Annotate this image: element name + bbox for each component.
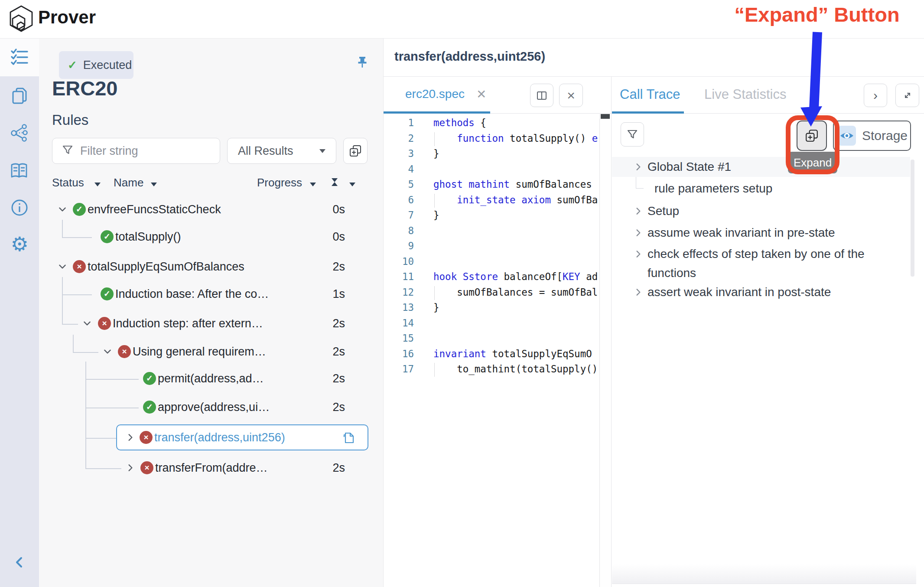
line-number: 17 — [384, 362, 414, 377]
code-line[interactable]: 2 function totalSupply() e — [384, 131, 599, 147]
code-line[interactable]: 3} — [384, 146, 599, 162]
line-number: 2 — [384, 131, 414, 147]
rules-section-title: Rules — [52, 112, 88, 128]
column-header-progress[interactable]: Progress — [257, 176, 302, 189]
expand-all-icon — [805, 129, 819, 143]
chevron-right-icon[interactable] — [126, 463, 135, 474]
rule-label[interactable]: totalSupply() — [115, 230, 181, 244]
results-dropdown-value: All Results — [238, 144, 293, 158]
close-tab-icon[interactable]: ✕ — [476, 87, 486, 101]
results-dropdown[interactable]: All Results — [227, 138, 336, 164]
chevron-down-icon[interactable] — [103, 347, 112, 358]
code-line[interactable]: 9 — [384, 238, 599, 254]
duplicate-view-button[interactable] — [343, 138, 368, 164]
rule-label[interactable]: permit(address,ad… — [158, 372, 264, 385]
next-counterexample-button[interactable]: › — [864, 84, 887, 107]
line-number: 12 — [384, 285, 414, 300]
trace-item-label[interactable]: Global State #1 — [647, 160, 731, 174]
code-line[interactable]: 13} — [384, 300, 599, 316]
chevron-right-icon[interactable] — [634, 162, 643, 173]
copy-files-icon[interactable] — [10, 86, 29, 107]
code-line[interactable]: 8 — [384, 223, 599, 239]
editor-scrollbar-thumb[interactable] — [601, 114, 610, 119]
rule-label[interactable]: Induction base: After the co… — [115, 287, 269, 301]
rule-label[interactable]: totalSupplyEqSumOfBalances — [88, 260, 244, 274]
code-editor[interactable]: 1methods {2 function totalSupply() e3}45… — [384, 115, 599, 587]
hourglass-icon[interactable] — [331, 178, 338, 188]
settings-icon[interactable]: ⚙ — [10, 234, 28, 254]
trace-item-label[interactable]: rule parameters setup — [654, 181, 772, 196]
tab-erc20-spec[interactable]: erc20.spec — [405, 87, 465, 101]
trace-item-label[interactable]: check effects of step taken by one of th… — [647, 245, 916, 283]
status-pass-icon: ✓ — [101, 287, 114, 300]
chevron-right-icon[interactable] — [634, 228, 643, 239]
chevron-down-icon[interactable] — [58, 262, 67, 273]
pin-icon[interactable] — [355, 55, 369, 73]
chevron-right-icon[interactable] — [634, 287, 643, 299]
trace-item-label[interactable]: assume weak invariant in pre-state — [647, 225, 835, 240]
tab-live-statistics[interactable]: Live Statistics — [704, 87, 787, 102]
rule-row[interactable]: ×transferFrom(addre…2s — [39, 456, 384, 480]
rule-row[interactable]: ✓envfreeFuncsStaticCheck0s — [39, 198, 384, 222]
line-number: 6 — [384, 192, 414, 208]
trace-filter-button[interactable] — [621, 122, 644, 147]
column-header-name[interactable]: Name — [114, 176, 143, 189]
collapse-sidebar-icon[interactable] — [13, 555, 26, 571]
trace-bottom-fade — [612, 564, 916, 584]
rule-label[interactable]: approve(address,ui… — [158, 401, 270, 414]
info-icon[interactable] — [10, 198, 29, 219]
code-line[interactable]: 16invariant totalSupplyEqSumO — [384, 346, 599, 362]
rule-label[interactable]: Induction step: after extern… — [113, 317, 263, 330]
rule-row[interactable]: ×transfer(address,uint256) — [39, 426, 384, 450]
checklist-icon[interactable] — [10, 48, 29, 68]
rule-row[interactable]: ×Using general requirem…2s — [39, 340, 384, 364]
close-panel-button[interactable]: × — [559, 84, 583, 107]
tab-call-trace[interactable]: Call Trace — [620, 87, 680, 102]
rule-label[interactable]: Using general requirem… — [133, 345, 266, 359]
storage-toggle-button[interactable]: Storage — [833, 121, 911, 151]
chevron-down-icon[interactable] — [82, 319, 92, 330]
rule-row[interactable]: ×Induction step: after extern…2s — [39, 312, 384, 336]
code-line[interactable]: 11hook Sstore balanceOf[KEY ad — [384, 269, 599, 285]
expand-all-button[interactable] — [797, 121, 827, 151]
code-line[interactable]: 5ghost mathint sumOfBalances — [384, 177, 599, 192]
rule-row[interactable]: ✓Induction base: After the co…1s — [39, 282, 384, 307]
column-header-status[interactable]: Status — [52, 176, 84, 189]
filter-input[interactable] — [79, 144, 211, 158]
code-line[interactable]: 10 — [384, 254, 599, 270]
rule-row[interactable]: ×totalSupplyEqSumOfBalances2s — [39, 255, 384, 279]
code-line[interactable]: 4 — [384, 162, 599, 177]
code-line[interactable]: 14 — [384, 316, 599, 331]
share-icon[interactable] — [10, 124, 29, 144]
rule-duration: 1s — [332, 287, 345, 301]
chevron-right-icon[interactable] — [634, 206, 643, 218]
editor-scrollbar[interactable] — [599, 114, 610, 587]
trace-item-label[interactable]: assert weak invariant in post-state — [647, 285, 831, 300]
code-line[interactable]: 12 sumOfBalances = sumOfBal — [384, 285, 599, 300]
rule-label[interactable]: transfer(address,uint256) — [154, 431, 285, 444]
chevron-right-icon[interactable] — [126, 433, 135, 444]
code-line[interactable]: 15 — [384, 331, 599, 346]
rule-row[interactable]: ✓totalSupply()0s — [39, 225, 384, 249]
chevron-down-icon[interactable] — [58, 205, 67, 216]
rule-label[interactable]: envfreeFuncsStaticCheck — [88, 203, 221, 216]
status-badge-label: Executed — [83, 59, 132, 72]
chevron-right-icon[interactable] — [634, 249, 643, 261]
rule-duration: 2s — [332, 372, 345, 385]
book-icon[interactable] — [10, 161, 29, 182]
close-icon: × — [567, 88, 575, 102]
rule-row[interactable]: ✓permit(address,ad…2s — [39, 367, 384, 391]
open-rule-page-icon[interactable] — [342, 431, 355, 447]
code-line[interactable]: 17 to_mathint(totalSupply() — [384, 362, 599, 377]
code-line[interactable]: 7} — [384, 208, 599, 223]
trace-item-label[interactable]: Setup — [647, 204, 679, 218]
rule-label[interactable]: transferFrom(addre… — [155, 461, 268, 475]
split-view-button[interactable] — [530, 84, 553, 107]
line-number: 14 — [384, 316, 414, 331]
rule-row[interactable]: ✓approve(address,ui…2s — [39, 395, 384, 420]
code-line[interactable]: 1methods { — [384, 115, 599, 131]
code-line[interactable]: 6 init_state axiom sumOfBa — [384, 192, 599, 208]
fullscreen-button[interactable] — [895, 84, 919, 107]
trace-scrollbar[interactable] — [911, 160, 914, 277]
status-badge: ✓ Executed — [59, 51, 133, 79]
